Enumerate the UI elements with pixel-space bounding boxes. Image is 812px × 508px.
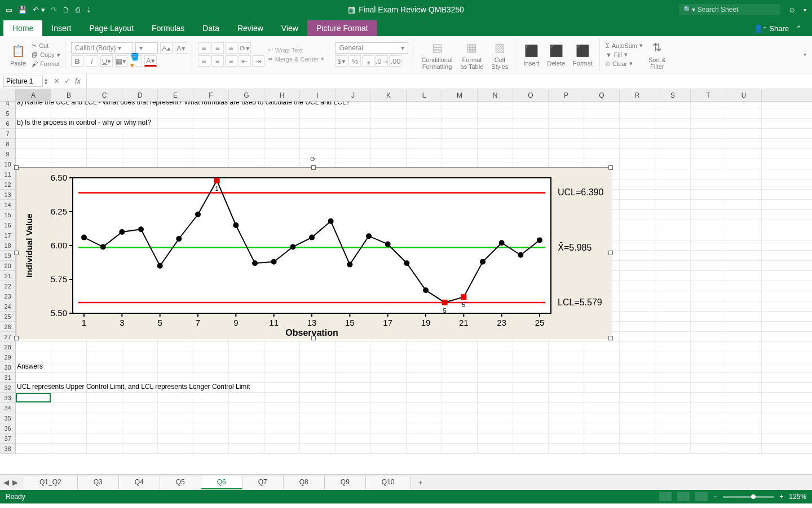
cell[interactable] — [51, 342, 87, 352]
cell[interactable] — [336, 444, 371, 453]
row-header[interactable]: 23 — [0, 291, 15, 301]
cell[interactable] — [122, 444, 158, 453]
formula-input[interactable] — [86, 73, 809, 89]
cell[interactable] — [726, 119, 762, 128]
bold-button[interactable]: B — [71, 55, 83, 67]
cell[interactable] — [691, 362, 726, 372]
cell[interactable] — [407, 373, 442, 382]
sheet-tab[interactable]: Q4 — [119, 476, 160, 489]
cell[interactable] — [336, 433, 371, 443]
select-all-corner[interactable] — [0, 89, 16, 101]
qat-redo-icon[interactable]: ↷ — [51, 6, 57, 14]
cell[interactable] — [620, 190, 655, 199]
cell[interactable] — [726, 312, 762, 321]
row-header[interactable]: 28 — [0, 342, 15, 352]
cell[interactable] — [691, 332, 726, 341]
cell[interactable] — [371, 139, 407, 148]
cell[interactable] — [655, 119, 691, 128]
cell[interactable] — [51, 149, 87, 159]
cell[interactable] — [51, 433, 87, 443]
row-header[interactable]: 10 — [0, 159, 15, 169]
cell[interactable] — [158, 362, 193, 372]
cancel-formula-icon[interactable]: ✕ — [54, 77, 60, 85]
cell[interactable] — [371, 373, 407, 382]
cell[interactable] — [620, 332, 655, 341]
cell[interactable] — [87, 149, 122, 159]
cell[interactable] — [51, 413, 87, 423]
cell[interactable] — [549, 393, 584, 402]
cell[interactable] — [336, 413, 371, 423]
cell[interactable] — [584, 149, 620, 159]
cell[interactable] — [478, 393, 513, 402]
italic-button[interactable]: I — [86, 55, 98, 67]
merge-center-button[interactable]: ⬌Merge & Center ▾ — [268, 55, 325, 63]
cell[interactable] — [655, 291, 691, 301]
column-header[interactable]: C — [87, 89, 122, 101]
cell[interactable] — [158, 393, 193, 402]
cell[interactable] — [193, 423, 229, 433]
cell[interactable] — [726, 230, 762, 240]
cell[interactable] — [620, 301, 655, 311]
decimal-inc-icon[interactable]: .0→ — [376, 55, 388, 67]
cell[interactable] — [229, 373, 264, 382]
cell[interactable] — [513, 433, 549, 443]
align-middle-icon[interactable]: ≡ — [211, 42, 224, 54]
cell[interactable] — [584, 383, 620, 392]
cell[interactable] — [442, 342, 478, 352]
cell[interactable] — [16, 413, 51, 423]
cell[interactable] — [620, 179, 655, 189]
view-break-icon[interactable] — [695, 492, 708, 501]
cell[interactable] — [655, 433, 691, 443]
cell[interactable] — [193, 139, 229, 148]
cell[interactable] — [549, 362, 584, 372]
cell[interactable] — [726, 332, 762, 341]
cell[interactable] — [691, 423, 726, 433]
cell[interactable] — [442, 102, 478, 108]
cell[interactable] — [726, 159, 762, 169]
cell[interactable] — [655, 383, 691, 392]
cell[interactable] — [655, 444, 691, 453]
cell[interactable] — [549, 149, 584, 159]
cell[interactable] — [691, 119, 726, 128]
row-header[interactable]: 24 — [0, 301, 15, 312]
cell[interactable] — [158, 413, 193, 423]
cell[interactable] — [726, 102, 762, 108]
cell[interactable] — [620, 108, 655, 118]
cell[interactable] — [478, 444, 513, 453]
cell[interactable] — [691, 220, 726, 230]
currency-icon[interactable]: $▾ — [335, 55, 347, 67]
cell[interactable] — [407, 352, 442, 362]
cell[interactable] — [620, 129, 655, 138]
cell[interactable] — [442, 352, 478, 362]
column-header[interactable]: N — [478, 89, 513, 101]
cell[interactable] — [407, 403, 442, 413]
cell[interactable] — [584, 393, 620, 402]
cell[interactable] — [442, 423, 478, 433]
cell[interactable] — [371, 342, 407, 352]
cell[interactable] — [726, 444, 762, 453]
cell[interactable] — [16, 261, 51, 270]
qat-new-icon[interactable]: 🗋 — [63, 6, 70, 14]
cell[interactable] — [620, 352, 655, 362]
format-cells-button[interactable]: ⬛Format — [571, 42, 595, 68]
cell[interactable] — [620, 119, 655, 128]
row-header[interactable]: 29 — [0, 352, 15, 362]
row-header[interactable]: 9 — [0, 149, 15, 159]
cell[interactable] — [691, 129, 726, 138]
cell[interactable] — [549, 423, 584, 433]
cell[interactable] — [336, 149, 371, 159]
row-header[interactable]: 22 — [0, 281, 15, 291]
row-header[interactable]: 17 — [0, 230, 15, 240]
row-header[interactable]: 13 — [0, 190, 15, 200]
cell-styles-button[interactable]: ▨Cell Styles — [489, 38, 510, 71]
cell[interactable] — [122, 149, 158, 159]
cell[interactable] — [87, 403, 122, 413]
cell[interactable] — [549, 444, 584, 453]
cell[interactable] — [16, 159, 51, 169]
column-header[interactable]: B — [51, 89, 87, 101]
cell[interactable] — [478, 342, 513, 352]
align-left-icon[interactable]: ≡ — [198, 55, 210, 67]
cell[interactable]: b) Is the process in control - why or wh… — [16, 119, 51, 128]
cell[interactable] — [16, 139, 51, 148]
cell[interactable] — [655, 403, 691, 413]
